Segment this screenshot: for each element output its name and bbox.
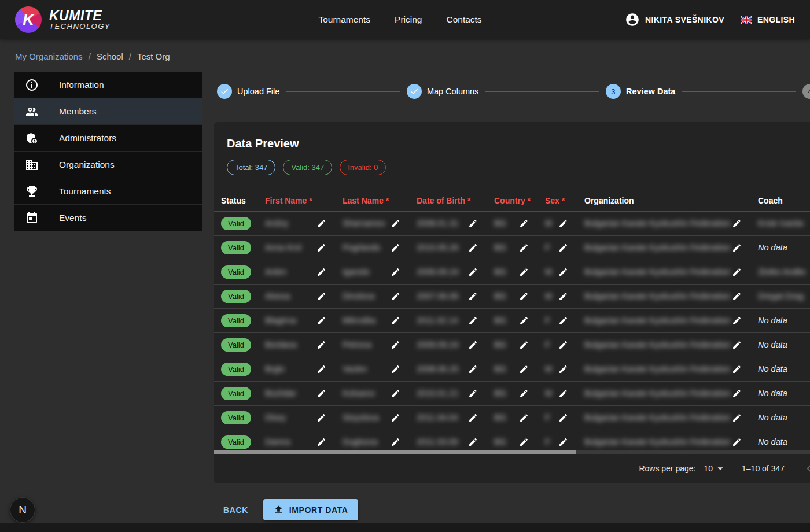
step-review-data[interactable]: 3 Review Data: [606, 84, 675, 99]
sidebar-item-information[interactable]: Information: [14, 72, 203, 98]
edit-icon[interactable]: [558, 316, 568, 326]
edit-icon[interactable]: [316, 243, 326, 253]
nav-pricing[interactable]: Pricing: [395, 14, 422, 25]
table-row[interactable]: Valid Arslny Sharnamov 2008.01.31 BG M B…: [214, 211, 810, 235]
edit-icon[interactable]: [316, 291, 326, 301]
table-row[interactable]: Valid Anna Krsl Pogrlands 2010.05.26 BG …: [214, 235, 810, 260]
import-data-button[interactable]: IMPORT DATA: [263, 499, 358, 520]
edit-icon[interactable]: [732, 364, 742, 374]
edit-icon[interactable]: [391, 340, 400, 350]
edit-icon[interactable]: [468, 291, 478, 301]
breadcrumb-school[interactable]: School: [97, 51, 123, 61]
table-row[interactable]: Valid Bordana Petrsna 2009.09.24 BG F Bu…: [214, 332, 810, 357]
edit-icon[interactable]: [558, 340, 568, 350]
scrollbar-thumb[interactable]: [214, 450, 576, 454]
edit-icon[interactable]: [316, 340, 326, 350]
edit-icon[interactable]: [468, 219, 478, 228]
step-upload-file[interactable]: Upload File: [217, 84, 279, 99]
edit-icon[interactable]: [316, 316, 326, 326]
rows-per-page-select[interactable]: 10: [704, 462, 727, 475]
edit-icon[interactable]: [391, 437, 400, 447]
edit-icon[interactable]: [468, 364, 478, 374]
edit-icon[interactable]: [468, 340, 478, 350]
edit-icon[interactable]: [732, 291, 742, 301]
edit-icon[interactable]: [558, 267, 568, 277]
edit-icon[interactable]: [519, 243, 529, 253]
brand-logo[interactable]: K KUMITE TECHNOLOGY: [15, 6, 111, 33]
edit-icon[interactable]: [558, 364, 568, 374]
edit-icon[interactable]: [519, 437, 529, 447]
edit-icon[interactable]: [391, 389, 400, 398]
edit-icon[interactable]: [732, 413, 742, 423]
edit-icon[interactable]: [468, 389, 478, 398]
step-label: Upload File: [237, 87, 279, 96]
edit-icon[interactable]: [468, 243, 478, 253]
edit-icon[interactable]: [316, 267, 326, 277]
edit-icon[interactable]: [732, 389, 742, 398]
edit-icon[interactable]: [316, 413, 326, 423]
step-map-columns[interactable]: Map Columns: [407, 84, 478, 99]
edit-icon[interactable]: [391, 316, 400, 326]
edit-icon[interactable]: [732, 243, 742, 253]
edit-icon[interactable]: [391, 267, 400, 277]
edit-icon[interactable]: [519, 364, 529, 374]
edit-icon[interactable]: [558, 219, 568, 228]
edit-icon[interactable]: [391, 243, 400, 253]
edit-icon[interactable]: [468, 267, 478, 277]
breadcrumb-my-organizations[interactable]: My Organizations: [15, 51, 83, 61]
edit-icon[interactable]: [519, 267, 529, 277]
table-row[interactable]: Valid Brglo Vaslev 2008.06.25 BG M Bulga…: [214, 357, 810, 381]
edit-icon[interactable]: [468, 413, 478, 423]
status-badge: Valid: [221, 435, 251, 449]
table-row[interactable]: Valid Anlen Iganslo 2006.09.24 BG M Bulg…: [214, 260, 810, 284]
table-row[interactable]: Valid Damra Duglsova 2011.03.09 BG F Bul…: [214, 430, 810, 450]
edit-icon[interactable]: [519, 291, 529, 301]
edit-icon[interactable]: [519, 316, 529, 326]
edit-icon[interactable]: [519, 340, 529, 350]
date-of-birth-cell: 2011.02.14: [417, 316, 458, 325]
dev-badge[interactable]: N: [10, 497, 35, 523]
edit-icon[interactable]: [316, 389, 326, 398]
sidebar-item-members[interactable]: Members: [14, 98, 203, 125]
edit-icon[interactable]: [391, 364, 400, 374]
sidebar-item-tournaments[interactable]: Tournaments: [14, 178, 203, 205]
edit-icon[interactable]: [316, 219, 326, 228]
back-button[interactable]: BACK: [218, 501, 254, 519]
edit-icon[interactable]: [316, 364, 326, 374]
edit-icon[interactable]: [519, 413, 529, 423]
rows-per-page-value: 10: [704, 464, 713, 473]
sidebar-item-administrators[interactable]: Administrators: [14, 125, 203, 152]
edit-icon[interactable]: [558, 389, 568, 398]
edit-icon[interactable]: [391, 413, 400, 423]
horizontal-scrollbar[interactable]: [214, 450, 810, 454]
edit-icon[interactable]: [391, 219, 400, 228]
edit-icon[interactable]: [316, 437, 326, 447]
edit-icon[interactable]: [519, 219, 529, 228]
edit-icon[interactable]: [468, 437, 478, 447]
edit-icon[interactable]: [468, 316, 478, 326]
sidebar-item-events[interactable]: Events: [14, 205, 203, 231]
nav-tournaments[interactable]: Tournaments: [318, 14, 370, 25]
edit-icon[interactable]: [519, 389, 529, 398]
edit-icon[interactable]: [732, 316, 742, 326]
sidebar-label: Information: [59, 80, 104, 90]
edit-icon[interactable]: [558, 413, 568, 423]
sidebar-item-organizations[interactable]: Organizations: [14, 152, 203, 178]
table-row[interactable]: Valid Bozhdar Kolsarov 2010.01.21 BG M B…: [214, 381, 810, 405]
nav-contacts[interactable]: Contacts: [446, 14, 481, 25]
edit-icon[interactable]: [558, 291, 568, 301]
people-icon: [25, 105, 39, 119]
edit-icon[interactable]: [732, 219, 742, 228]
language-selector[interactable]: ENGLISH: [741, 15, 795, 24]
edit-icon[interactable]: [732, 437, 742, 447]
table-row[interactable]: Valid Dlsey Stoyslova 2011.04.04 BG F Bu…: [214, 405, 810, 430]
user-menu[interactable]: NIKITA SVEŠNIKOV: [625, 12, 724, 27]
edit-icon[interactable]: [732, 340, 742, 350]
edit-icon[interactable]: [732, 267, 742, 277]
edit-icon[interactable]: [558, 437, 568, 447]
edit-icon[interactable]: [391, 291, 400, 301]
table-row[interactable]: Valid Alxesa Dinslova 2007.06.06 BG M Bu…: [214, 284, 810, 308]
table-row[interactable]: Valid Blagtrna Mitrvslka 2011.02.14 BG F…: [214, 308, 810, 332]
edit-icon[interactable]: [558, 243, 568, 253]
sex-cell: F: [545, 243, 550, 252]
